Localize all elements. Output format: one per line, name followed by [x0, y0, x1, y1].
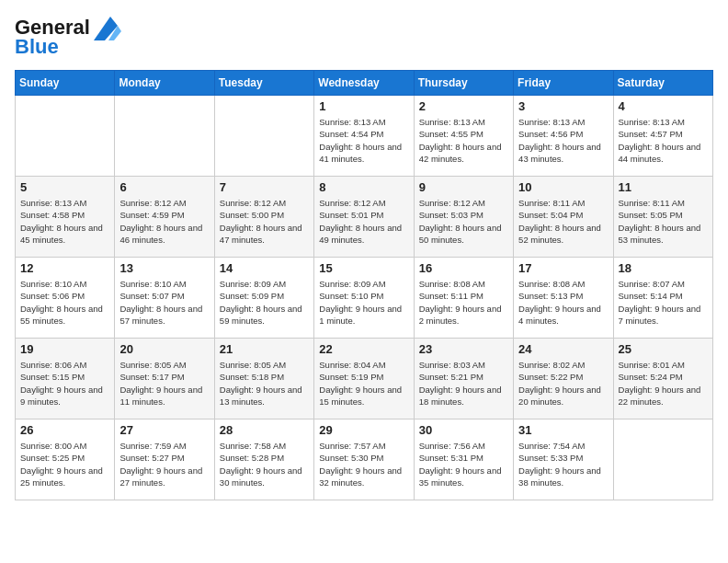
day-info: Sunrise: 8:13 AM Sunset: 4:57 PM Dayligh… — [619, 116, 708, 165]
day-number: 10 — [518, 180, 608, 194]
calendar-cell: 1Sunrise: 8:13 AM Sunset: 4:54 PM Daylig… — [314, 96, 414, 177]
day-info: Sunrise: 8:00 AM Sunset: 5:25 PM Dayligh… — [20, 440, 109, 488]
calendar-cell: 3Sunrise: 8:13 AM Sunset: 4:56 PM Daylig… — [514, 96, 613, 177]
calendar-cell: 10Sunrise: 8:11 AM Sunset: 5:04 PM Dayli… — [514, 177, 613, 258]
calendar-cell: 13Sunrise: 8:10 AM Sunset: 5:07 PM Dayli… — [115, 258, 214, 339]
calendar-cell: 31Sunrise: 7:54 AM Sunset: 5:33 PM Dayli… — [514, 419, 613, 500]
day-number: 8 — [319, 180, 408, 194]
day-info: Sunrise: 8:02 AM Sunset: 5:22 PM Dayligh… — [518, 359, 608, 408]
calendar-cell: 29Sunrise: 7:57 AM Sunset: 5:30 PM Dayli… — [314, 419, 414, 500]
calendar-cell: 4Sunrise: 8:13 AM Sunset: 4:57 PM Daylig… — [613, 96, 712, 177]
day-info: Sunrise: 8:11 AM Sunset: 5:05 PM Dayligh… — [619, 197, 708, 246]
day-info: Sunrise: 8:07 AM Sunset: 5:14 PM Dayligh… — [619, 278, 708, 327]
day-number: 18 — [619, 261, 708, 275]
day-number: 1 — [319, 99, 408, 113]
page-header: General Blue — [15, 15, 713, 59]
calendar-week-row: 26Sunrise: 8:00 AM Sunset: 5:25 PM Dayli… — [16, 419, 713, 500]
day-number: 12 — [20, 261, 109, 275]
calendar-cell: 23Sunrise: 8:03 AM Sunset: 5:21 PM Dayli… — [414, 339, 513, 419]
day-number: 3 — [518, 99, 608, 113]
calendar-week-row: 12Sunrise: 8:10 AM Sunset: 5:06 PM Dayli… — [16, 258, 713, 339]
day-number: 27 — [119, 423, 209, 437]
day-number: 7 — [220, 180, 309, 194]
logo-blue: Blue — [15, 35, 59, 59]
calendar-cell: 19Sunrise: 8:06 AM Sunset: 5:15 PM Dayli… — [16, 339, 115, 419]
calendar-cell: 18Sunrise: 8:07 AM Sunset: 5:14 PM Dayli… — [613, 258, 712, 339]
calendar-cell: 26Sunrise: 8:00 AM Sunset: 5:25 PM Dayli… — [16, 419, 115, 500]
calendar-cell: 16Sunrise: 8:08 AM Sunset: 5:11 PM Dayli… — [414, 258, 513, 339]
calendar-cell: 15Sunrise: 8:09 AM Sunset: 5:10 PM Dayli… — [314, 258, 414, 339]
calendar-cell: 12Sunrise: 8:10 AM Sunset: 5:06 PM Dayli… — [16, 258, 115, 339]
day-number: 24 — [518, 342, 608, 356]
calendar-week-row: 5Sunrise: 8:13 AM Sunset: 4:58 PM Daylig… — [16, 177, 713, 258]
calendar-cell — [16, 96, 115, 177]
day-info: Sunrise: 8:09 AM Sunset: 5:09 PM Dayligh… — [220, 278, 309, 327]
day-number: 28 — [220, 423, 309, 437]
calendar-week-row: 19Sunrise: 8:06 AM Sunset: 5:15 PM Dayli… — [16, 339, 713, 419]
day-info: Sunrise: 8:12 AM Sunset: 5:03 PM Dayligh… — [419, 197, 508, 246]
day-info: Sunrise: 8:03 AM Sunset: 5:21 PM Dayligh… — [419, 359, 508, 408]
day-info: Sunrise: 8:10 AM Sunset: 5:06 PM Dayligh… — [20, 278, 109, 327]
day-number: 5 — [20, 180, 109, 194]
calendar-cell: 7Sunrise: 8:12 AM Sunset: 5:00 PM Daylig… — [214, 177, 313, 258]
day-info: Sunrise: 8:08 AM Sunset: 5:13 PM Dayligh… — [518, 278, 608, 327]
day-info: Sunrise: 8:13 AM Sunset: 4:58 PM Dayligh… — [20, 197, 109, 246]
day-number: 20 — [119, 342, 209, 356]
day-info: Sunrise: 7:59 AM Sunset: 5:27 PM Dayligh… — [119, 440, 209, 488]
day-info: Sunrise: 8:09 AM Sunset: 5:10 PM Dayligh… — [319, 278, 408, 327]
day-number: 26 — [20, 423, 109, 437]
calendar-cell: 6Sunrise: 8:12 AM Sunset: 4:59 PM Daylig… — [115, 177, 214, 258]
day-info: Sunrise: 8:12 AM Sunset: 5:01 PM Dayligh… — [319, 197, 408, 246]
day-info: Sunrise: 8:05 AM Sunset: 5:17 PM Dayligh… — [119, 359, 209, 408]
weekday-header-wednesday: Wednesday — [314, 71, 414, 96]
logo: General Blue — [15, 15, 121, 59]
day-info: Sunrise: 8:12 AM Sunset: 4:59 PM Dayligh… — [119, 197, 209, 246]
calendar-cell: 14Sunrise: 8:09 AM Sunset: 5:09 PM Dayli… — [214, 258, 313, 339]
day-number: 19 — [20, 342, 109, 356]
day-number: 2 — [419, 99, 508, 113]
day-number: 13 — [119, 261, 209, 275]
weekday-header-thursday: Thursday — [414, 71, 513, 96]
weekday-header-saturday: Saturday — [613, 71, 712, 96]
day-number: 11 — [619, 180, 708, 194]
calendar-cell — [115, 96, 214, 177]
day-number: 6 — [119, 180, 209, 194]
day-number: 17 — [518, 261, 608, 275]
day-info: Sunrise: 8:06 AM Sunset: 5:15 PM Dayligh… — [20, 359, 109, 408]
day-info: Sunrise: 7:57 AM Sunset: 5:30 PM Dayligh… — [319, 440, 408, 488]
logo-flag-icon — [92, 15, 121, 40]
weekday-header-tuesday: Tuesday — [214, 71, 313, 96]
day-info: Sunrise: 8:05 AM Sunset: 5:18 PM Dayligh… — [220, 359, 309, 408]
calendar-cell — [613, 419, 712, 500]
day-number: 14 — [220, 261, 309, 275]
day-info: Sunrise: 8:04 AM Sunset: 5:19 PM Dayligh… — [319, 359, 408, 408]
weekday-header-sunday: Sunday — [16, 71, 115, 96]
calendar-table: SundayMondayTuesdayWednesdayThursdayFrid… — [15, 70, 713, 500]
calendar-cell: 30Sunrise: 7:56 AM Sunset: 5:31 PM Dayli… — [414, 419, 513, 500]
day-info: Sunrise: 8:08 AM Sunset: 5:11 PM Dayligh… — [419, 278, 508, 327]
day-info: Sunrise: 8:13 AM Sunset: 4:55 PM Dayligh… — [419, 116, 508, 165]
calendar-cell: 2Sunrise: 8:13 AM Sunset: 4:55 PM Daylig… — [414, 96, 513, 177]
day-number: 23 — [419, 342, 508, 356]
weekday-header-friday: Friday — [514, 71, 613, 96]
calendar-week-row: 1Sunrise: 8:13 AM Sunset: 4:54 PM Daylig… — [16, 96, 713, 177]
calendar-cell: 27Sunrise: 7:59 AM Sunset: 5:27 PM Dayli… — [115, 419, 214, 500]
weekday-header-monday: Monday — [115, 71, 214, 96]
day-number: 15 — [319, 261, 408, 275]
day-info: Sunrise: 7:56 AM Sunset: 5:31 PM Dayligh… — [419, 440, 508, 488]
calendar-cell: 21Sunrise: 8:05 AM Sunset: 5:18 PM Dayli… — [214, 339, 313, 419]
day-info: Sunrise: 8:13 AM Sunset: 4:54 PM Dayligh… — [319, 116, 408, 165]
day-number: 29 — [319, 423, 408, 437]
calendar-cell: 9Sunrise: 8:12 AM Sunset: 5:03 PM Daylig… — [414, 177, 513, 258]
day-number: 25 — [619, 342, 708, 356]
day-number: 16 — [419, 261, 508, 275]
calendar-cell: 20Sunrise: 8:05 AM Sunset: 5:17 PM Dayli… — [115, 339, 214, 419]
weekday-header-row: SundayMondayTuesdayWednesdayThursdayFrid… — [16, 71, 713, 96]
day-info: Sunrise: 8:13 AM Sunset: 4:56 PM Dayligh… — [518, 116, 608, 165]
day-number: 21 — [220, 342, 309, 356]
calendar-cell: 5Sunrise: 8:13 AM Sunset: 4:58 PM Daylig… — [16, 177, 115, 258]
calendar-cell: 8Sunrise: 8:12 AM Sunset: 5:01 PM Daylig… — [314, 177, 414, 258]
day-info: Sunrise: 8:01 AM Sunset: 5:24 PM Dayligh… — [619, 359, 708, 408]
day-info: Sunrise: 7:58 AM Sunset: 5:28 PM Dayligh… — [220, 440, 309, 488]
calendar-cell: 11Sunrise: 8:11 AM Sunset: 5:05 PM Dayli… — [613, 177, 712, 258]
